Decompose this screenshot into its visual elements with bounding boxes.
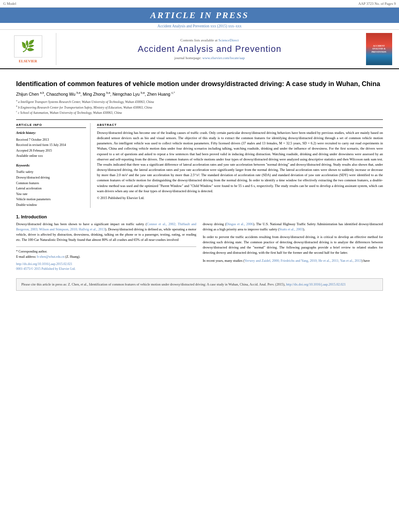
header-area: 🌿 ELSEVIER Contents lists available at S… — [0, 30, 399, 69]
sciencedirect-link[interactable]: ScienceDirect — [218, 38, 239, 42]
journal-ref-line: Accident Analysis and Prevention xxx (20… — [0, 23, 399, 30]
affil-b: b b Engineering Research Center for Tran… — [16, 105, 383, 110]
doi-link[interactable]: http://dx.doi.org/10.1016/j.aap.2015.02.… — [16, 262, 72, 266]
ref-verwey[interactable]: Verwey and Zaidel, 2000; Friedrichs and … — [245, 259, 362, 263]
intro-para1: Drowsy/distracted driving has been shown… — [16, 222, 196, 243]
revised-date: Received in revised form 15 July 2014 — [16, 142, 86, 148]
footnote-area: * Corresponding author. E-mail address: … — [16, 246, 196, 259]
header-center: Contents lists available at ScienceDirec… — [56, 33, 363, 65]
article-info-col: ARTICLE INFO Article history: Received 7… — [16, 123, 90, 208]
intro-para3: In order to prevent the traffic accident… — [203, 234, 383, 256]
journal-cover-text: ACCIDENT ANALYSIS & PREVENTION — [368, 45, 391, 53]
issn-text: 0001-4575/© 2015 Published by Elsevier L… — [16, 267, 196, 271]
intro-col2: drowsy driving (Dingus et al., 2006). Th… — [203, 222, 383, 272]
history-label: Article history: — [16, 130, 86, 136]
keywords-label: Keywords: — [16, 163, 86, 168]
contents-line: Contents lists available at ScienceDirec… — [181, 38, 239, 42]
article-title: Identification of common features of veh… — [16, 80, 383, 88]
intro-para2: drowsy driving (Dingus et al., 2006). Th… — [203, 222, 383, 232]
ref-stutts[interactable]: Stutts et al., 2003 — [279, 227, 303, 231]
ref-connor[interactable]: Connor et al., 2002; Thiffault and Berge… — [16, 222, 196, 231]
kw-double: Double-window — [16, 202, 86, 208]
available-date: Available online xxx — [16, 153, 86, 159]
abstract-col: ABSTRACT Drowsy/distracted driving has b… — [97, 123, 383, 208]
intro-number: 1. — [16, 214, 20, 219]
email-label: E-mail address: — [16, 255, 36, 259]
kw-drowsy: Drowsy/distracted driving — [16, 175, 86, 181]
aap-label: AAP 3723 No. of Pages 9 — [358, 2, 396, 6]
citation-text: Please cite this article in press as: Z.… — [21, 282, 285, 286]
kw-vehicle: Vehicle motion parameters — [16, 197, 86, 202]
intro-body: Drowsy/distracted driving has been shown… — [16, 222, 383, 272]
banner-text: ARTICLE IN PRESS — [150, 10, 249, 20]
footnote-star: * Corresponding author. — [16, 249, 196, 254]
intro-section-title: 1. Introduction — [16, 214, 383, 219]
abstract-text: Drowsy/distracted driving has become one… — [97, 130, 383, 194]
journal-ref-text: Accident Analysis and Prevention xxx (20… — [158, 24, 242, 28]
abstract-label: ABSTRACT — [97, 123, 383, 128]
article-info-abstract: ARTICLE INFO Article history: Received 7… — [16, 119, 383, 208]
kw-traffic-safety: Traffic safety — [16, 169, 86, 175]
header-right: ACCIDENT ANALYSIS & PREVENTION — [363, 33, 395, 65]
article-history: Article history: Received 7 October 2013… — [16, 130, 86, 159]
g-model-label: G Model — [3, 2, 16, 6]
kw-lateral: Lateral acceleration — [16, 186, 86, 191]
main-content: Identification of common features of veh… — [0, 69, 399, 296]
contents-text: Contents lists available at — [181, 38, 218, 42]
doi-area: http://dx.doi.org/10.1016/j.aap.2015.02.… — [16, 262, 196, 272]
kw-yaw: Yaw rate — [16, 191, 86, 197]
affil-c-text: c School of Automation, Wuhan University… — [18, 111, 122, 115]
ref-dingus[interactable]: Dingus et al., 2006 — [226, 222, 253, 226]
abstract-copyright: © 2015 Published by Elsevier Ltd. — [97, 195, 383, 201]
affiliations: a a Intelligent Transport Systems Resear… — [16, 99, 383, 115]
journal-title: Accident Analysis and Prevention — [138, 44, 281, 54]
intro-para4: In recent years, many studies (Verwey an… — [203, 258, 383, 263]
email-link[interactable]: h-zhen@whut.edu.cn — [37, 255, 64, 259]
affil-b-text: b Engineering Research Center for Transp… — [18, 105, 152, 109]
article-info-label: ARTICLE INFO — [16, 123, 86, 128]
affil-a-text: a Intelligent Transport Systems Research… — [18, 100, 154, 104]
affil-c: c c School of Automation, Wuhan Universi… — [16, 110, 383, 115]
header-logo: 🌿 ELSEVIER — [4, 33, 56, 65]
intro-title: Introduction — [21, 214, 47, 219]
accepted-date: Accepted 26 February 2015 — [16, 148, 86, 154]
citation-doi-link[interactable]: http://dx.doi.org/10.1016/j.aap.2015.02.… — [286, 282, 346, 286]
intro-col1: Drowsy/distracted driving has been shown… — [16, 222, 196, 272]
journal-homepage: journal homepage: www.elsevier.com/locat… — [175, 56, 245, 60]
homepage-url[interactable]: www.elsevier.com/locate/aap — [202, 56, 245, 60]
affil-a: a a Intelligent Transport Systems Resear… — [16, 99, 383, 105]
elsevier-tree-icon: 🌿 — [21, 41, 35, 52]
footnote-email: E-mail address: h-zhen@whut.edu.cn (Z. H… — [16, 255, 196, 259]
elsevier-logo: ELSEVIER — [19, 59, 37, 63]
received-date: Received 7 October 2013 — [16, 137, 86, 143]
top-banner: G Model AAP 3723 No. of Pages 9 — [0, 0, 399, 8]
authors-line: Zhijun Chen a,b, Chaozhong Wu b,a, Ming … — [16, 91, 383, 97]
kw-common: Common features — [16, 181, 86, 186]
article-in-press-banner: ARTICLE IN PRESS — [0, 8, 399, 23]
journal-cover: ACCIDENT ANALYSIS & PREVENTION — [366, 33, 392, 65]
email-note: (Z. Huang). — [65, 255, 80, 259]
elsevier-box: 🌿 — [14, 35, 42, 58]
homepage-text: journal homepage: — [175, 56, 202, 60]
citation-bar: Please cite this article in press as: Z.… — [16, 278, 383, 291]
keywords-section: Keywords: Traffic safety Drowsy/distract… — [16, 163, 86, 208]
